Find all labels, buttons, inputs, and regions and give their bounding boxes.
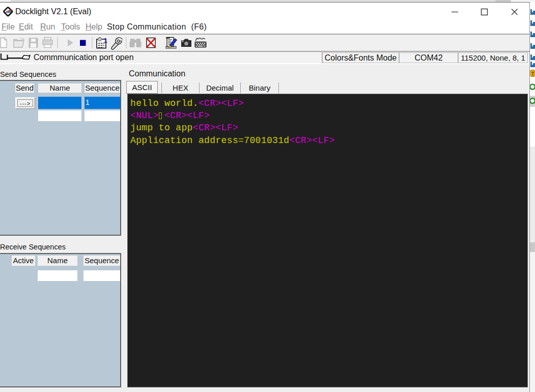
svg-text:1: 1	[104, 37, 107, 44]
svg-text:T: T	[531, 71, 534, 77]
